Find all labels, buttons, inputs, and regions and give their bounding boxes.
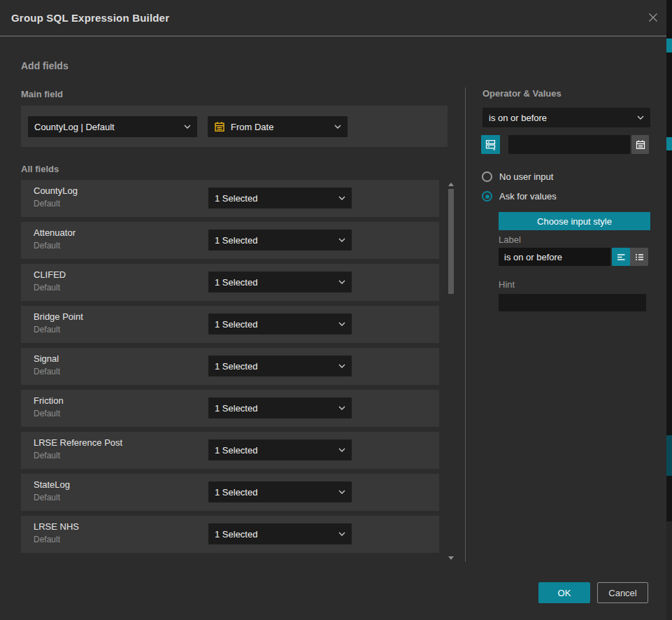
field-row-selection-dropdown[interactable]: 1 Selected: [208, 272, 352, 293]
operator-dropdown[interactable]: is on or before: [482, 108, 650, 127]
field-row-selection-dropdown[interactable]: 1 Selected: [208, 355, 352, 376]
field-row-subtitle: Default: [34, 451, 60, 460]
field-row-subtitle: Default: [34, 493, 60, 502]
field-row-name: StateLog: [34, 479, 70, 490]
field-row-name: CLIFED: [34, 269, 66, 280]
chevron-down-icon: [637, 115, 644, 120]
list-style-button[interactable]: [630, 248, 648, 266]
field-row: Bridge Point Default 1 Selected: [21, 306, 439, 343]
calendar-icon: [635, 139, 646, 150]
background-edge: [666, 0, 672, 620]
field-row-name: Friction: [34, 395, 64, 406]
field-row-selection-value: 1 Selected: [215, 403, 338, 414]
group-sql-expression-builder-dialog: Group SQL Expression Builder Add fields …: [0, 0, 666, 620]
field-row: CountyLog Default 1 Selected: [21, 180, 439, 217]
main-field-panel: CountyLog | Default: [21, 106, 448, 147]
scrollbar-thumb[interactable]: [448, 189, 454, 294]
field-row-selection-value: 1 Selected: [215, 235, 338, 246]
field-row-selection-dropdown[interactable]: 1 Selected: [208, 397, 352, 418]
field-row-selection-value: 1 Selected: [215, 361, 338, 372]
chevron-down-icon: [184, 125, 191, 129]
field-row-selection-dropdown[interactable]: 1 Selected: [208, 188, 352, 209]
scroll-down-arrow-icon[interactable]: [448, 556, 454, 560]
field-row-name: Bridge Point: [34, 311, 83, 322]
close-button[interactable]: [646, 12, 660, 26]
align-left-icon: [616, 252, 627, 262]
field-row-selection-value: 1 Selected: [215, 445, 338, 456]
field-row: Signal Default 1 Selected: [21, 348, 439, 385]
value-source-button[interactable]: [481, 135, 500, 154]
calendar-icon: [214, 121, 225, 132]
panel-divider: [465, 87, 466, 562]
layer-dropdown-value: CountyLog | Default: [34, 122, 184, 132]
radio-circle-selected-icon: [482, 191, 492, 202]
field-row-name: Signal: [34, 353, 59, 364]
radio-ask-for-values-label: Ask for values: [499, 191, 557, 202]
hint-input[interactable]: [499, 294, 646, 311]
layer-dropdown[interactable]: CountyLog | Default: [28, 116, 197, 137]
date-picker-button[interactable]: [631, 135, 649, 154]
field-row: StateLog Default 1 Selected: [21, 474, 439, 511]
chevron-down-icon: [338, 532, 345, 536]
single-line-style-button[interactable]: [612, 248, 630, 266]
add-fields-heading: Add fields: [21, 60, 69, 71]
field-row-selection-value: 1 Selected: [215, 487, 338, 498]
radio-no-user-input-label: No user input: [499, 171, 553, 182]
field-row-name: LRSE NHS: [34, 521, 79, 532]
scroll-up-arrow-icon[interactable]: [448, 183, 454, 186]
stacked-rows-icon: [485, 139, 496, 150]
field-row-name: CountyLog: [34, 185, 78, 196]
dialog-titlebar: Group SQL Expression Builder: [0, 0, 666, 36]
radio-no-user-input[interactable]: No user input: [482, 171, 553, 182]
field-row: Friction Default 1 Selected: [21, 390, 439, 427]
field-row-subtitle: Default: [34, 367, 60, 376]
field-row-subtitle: Default: [34, 409, 60, 418]
field-row-selection-dropdown[interactable]: 1 Selected: [208, 439, 352, 460]
list-scrollbar[interactable]: [448, 181, 455, 562]
field-row-selection-dropdown[interactable]: 1 Selected: [208, 481, 352, 502]
chevron-down-icon: [338, 196, 345, 200]
background-fragment: [666, 38, 672, 52]
field-row-subtitle: Default: [34, 535, 60, 544]
choose-input-style-button[interactable]: Choose input style: [499, 212, 650, 230]
close-icon: [647, 11, 659, 27]
field-row: LRSE Reference Post Default 1 Selected: [21, 432, 439, 469]
operator-values-heading: Operator & Values: [482, 88, 562, 99]
field-row-selection-value: 1 Selected: [215, 193, 338, 204]
label-input[interactable]: [499, 248, 610, 266]
main-field-heading: Main field: [21, 89, 63, 99]
operator-dropdown-value: is on or before: [489, 113, 637, 123]
field-row-selection-value: 1 Selected: [215, 277, 338, 288]
main-field-dropdown[interactable]: From Date: [208, 116, 348, 137]
field-row-selection-value: 1 Selected: [215, 319, 338, 330]
chevron-down-icon: [338, 322, 345, 326]
field-row-selection-dropdown[interactable]: 1 Selected: [208, 230, 352, 251]
value-input[interactable]: [508, 135, 630, 154]
field-row-name: LRSE Reference Post: [34, 437, 122, 448]
chevron-down-icon: [338, 364, 345, 368]
main-field-dropdown-value: From Date: [231, 122, 329, 132]
all-fields-heading: All fields: [21, 164, 59, 174]
field-row-selection-dropdown[interactable]: 1 Selected: [208, 523, 352, 544]
hint-field-label: Hint: [499, 279, 515, 290]
ok-button[interactable]: OK: [538, 582, 590, 603]
cancel-button[interactable]: Cancel: [597, 582, 648, 603]
field-row-selection-dropdown[interactable]: 1 Selected: [208, 313, 352, 334]
chevron-down-icon: [334, 125, 341, 129]
field-row-subtitle: Default: [34, 199, 60, 209]
field-row-name: Attenuator: [34, 227, 76, 238]
chevron-down-icon: [338, 490, 345, 494]
field-row-subtitle: Default: [34, 241, 60, 251]
dialog-title: Group SQL Expression Builder: [11, 0, 169, 36]
field-row: Attenuator Default 1 Selected: [21, 222, 439, 259]
field-row-subtitle: Default: [34, 283, 60, 293]
radio-circle-icon: [482, 171, 492, 182]
all-fields-list: CountyLog Default 1 Selected Attenuator …: [21, 180, 439, 558]
chevron-down-icon: [338, 280, 345, 284]
radio-ask-for-values[interactable]: Ask for values: [482, 191, 557, 202]
field-row: LRSE NHS Default 1 Selected: [21, 516, 439, 553]
label-field-label: Label: [499, 234, 521, 245]
background-fragment: [666, 435, 672, 476]
field-row-selection-value: 1 Selected: [215, 529, 338, 540]
chevron-down-icon: [338, 406, 345, 410]
